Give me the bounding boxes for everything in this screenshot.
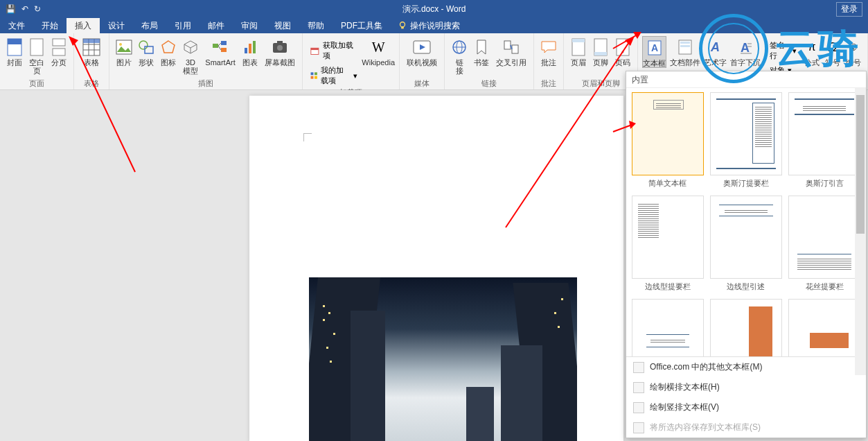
svg-point-0: [400, 22, 405, 27]
inserted-picture[interactable]: [309, 277, 577, 441]
cover-page-button[interactable]: 封面: [4, 36, 25, 67]
svg-rect-5: [53, 39, 65, 46]
tab-pdf-tools[interactable]: PDF工具集: [333, 18, 391, 33]
tell-me-search[interactable]: 操作说明搜索: [391, 18, 467, 33]
svg-rect-35: [311, 72, 314, 75]
gallery-austin-pullquote[interactable]: 奥斯汀提要栏: [709, 92, 783, 194]
svg-rect-55: [680, 42, 690, 44]
tab-mailings[interactable]: 邮件: [200, 18, 233, 33]
svg-marker-17: [162, 41, 175, 53]
screenshot-button[interactable]: 屏幕截图: [262, 36, 298, 67]
svg-rect-34: [311, 48, 319, 50]
drop-cap-button[interactable]: A首字下沉: [729, 36, 762, 67]
draw-horizontal-textbox[interactable]: 绘制横排文本框(H): [626, 377, 866, 397]
gallery-facet-sidebar[interactable]: 花丝提要栏: [788, 196, 862, 297]
svg-rect-3: [8, 39, 21, 44]
gallery-facet-quote[interactable]: 花丝引言: [630, 299, 705, 356]
gallery-banded-quote[interactable]: 边线型引述: [709, 196, 783, 297]
svg-rect-4: [30, 39, 43, 55]
text-box-button[interactable]: A文本框: [642, 36, 666, 68]
group-media: 联机视频 媒体: [400, 33, 445, 89]
equation-button[interactable]: π公式: [802, 36, 822, 67]
svg-rect-37: [311, 76, 314, 79]
tab-design[interactable]: 设计: [100, 18, 133, 33]
menu-bar: 文件 开始 插入 设计 布局 引用 邮件 审阅 视图 帮助 PDF工具集 操作说…: [0, 18, 868, 33]
store-icon: [310, 45, 320, 56]
more-from-office[interactable]: Office.com 中的其他文本框(M): [626, 357, 866, 377]
gallery-austin-quote[interactable]: 奥斯汀引言: [788, 92, 862, 194]
shapes-button[interactable]: 形状: [136, 36, 157, 67]
svg-rect-12: [83, 39, 100, 43]
link-button[interactable]: 链 接: [449, 36, 470, 75]
group-comments: 批注 批注: [534, 33, 564, 89]
page-number-button[interactable]: #页码: [612, 36, 633, 67]
svg-rect-24: [221, 48, 227, 52]
document-title: 演示.docx - Word: [402, 3, 466, 15]
svg-line-26: [218, 46, 221, 50]
cross-reference-button[interactable]: 交叉引用: [493, 36, 529, 67]
quick-parts-button[interactable]: 文档部件: [668, 36, 701, 67]
group-tables: 表格 表格: [74, 33, 109, 89]
gallery-simple-text-box[interactable]: 简单文本框: [630, 92, 705, 194]
header-button[interactable]: 页眉: [568, 36, 589, 67]
save-gallery-icon: [633, 422, 644, 433]
get-addins-button[interactable]: 获取加载项: [307, 39, 360, 62]
title-bar: 💾 ↶ ↻ 演示.docx - Word 登录: [0, 0, 868, 18]
svg-rect-47: [572, 39, 585, 42]
svg-text:A: A: [651, 42, 658, 53]
save-to-gallery: 将所选内容保存到文本框库(S): [626, 417, 866, 438]
tab-references[interactable]: 引用: [166, 18, 200, 33]
svg-rect-6: [53, 49, 65, 55]
tab-layout[interactable]: 布局: [133, 18, 166, 33]
group-links: 链 接 书签 交叉引用 链接: [445, 33, 534, 89]
comment-button[interactable]: 批注: [538, 36, 559, 67]
page-break-button[interactable]: 分页: [48, 36, 69, 67]
my-addins-button[interactable]: 我的加载项 ▾: [307, 64, 360, 87]
word-art-button[interactable]: A艺术字: [703, 36, 727, 67]
tab-view[interactable]: 视图: [266, 18, 299, 33]
scroll-thumb[interactable]: [856, 95, 865, 234]
gallery-scrollbar[interactable]: [855, 88, 866, 375]
gallery-body[interactable]: 简单文本框 奥斯汀提要栏 奥斯汀引言 边线型提要栏 边线型引述 花丝提: [626, 88, 866, 356]
signature-line-button[interactable]: 签名行 ▾: [767, 39, 799, 62]
chart-button[interactable]: 图表: [240, 36, 260, 67]
symbol-button[interactable]: Ω符号: [823, 36, 842, 67]
online-video-button[interactable]: 联机视频: [404, 36, 440, 67]
gallery-banded-sidebar[interactable]: 边线型提要栏: [630, 196, 705, 297]
blank-page-button[interactable]: 空白页: [26, 36, 47, 75]
lightbulb-icon: [398, 21, 407, 31]
wikipedia-button[interactable]: WWikipedia: [362, 36, 395, 67]
svg-line-25: [218, 43, 221, 46]
quick-access-toolbar: 💾 ↶ ↻: [0, 0, 41, 18]
svg-rect-38: [315, 76, 317, 79]
login-button[interactable]: 登录: [836, 2, 862, 17]
tab-help[interactable]: 帮助: [299, 18, 333, 33]
tab-insert[interactable]: 插入: [67, 18, 100, 33]
undo-icon[interactable]: ↶: [21, 4, 28, 14]
svg-line-20: [191, 44, 197, 48]
gallery-retro-quote[interactable]: 怀旧型引言: [788, 299, 862, 356]
svg-rect-29: [253, 41, 256, 53]
bookmark-button[interactable]: 书签: [471, 36, 492, 67]
pictures-button[interactable]: 图片: [114, 36, 134, 67]
svg-rect-45: [512, 45, 518, 53]
redo-icon[interactable]: ↻: [34, 4, 41, 14]
svg-line-19: [184, 44, 191, 48]
draw-vertical-textbox[interactable]: 绘制竖排文本框(V): [626, 397, 866, 417]
tab-review[interactable]: 审阅: [233, 18, 266, 33]
svg-rect-56: [680, 45, 690, 47]
icons-button[interactable]: 图标: [158, 36, 179, 67]
3d-models-button[interactable]: 3D 模型: [180, 36, 201, 75]
svg-rect-27: [245, 48, 247, 53]
number-button[interactable]: ①编号: [844, 36, 863, 67]
group-pages: 封面 空白页 分页 页面: [0, 33, 74, 89]
svg-rect-36: [315, 72, 317, 75]
svg-rect-23: [221, 41, 227, 45]
smartart-button[interactable]: SmartArt: [202, 36, 238, 67]
save-icon[interactable]: 💾: [6, 4, 16, 14]
tab-file[interactable]: 文件: [0, 18, 33, 33]
table-button[interactable]: 表格: [78, 36, 105, 67]
footer-button[interactable]: 页脚: [590, 36, 611, 67]
tab-home[interactable]: 开始: [33, 18, 67, 33]
gallery-retro-sidebar[interactable]: 怀旧型提要栏: [709, 299, 783, 356]
